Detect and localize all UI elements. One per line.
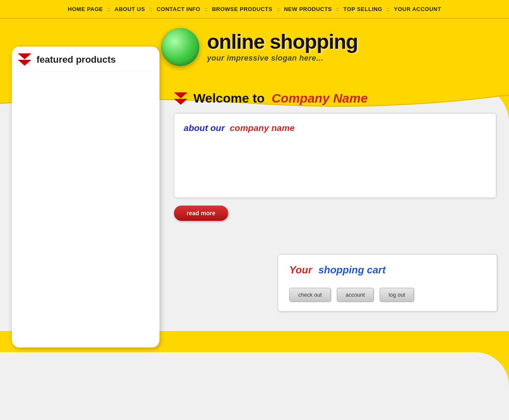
nav-home[interactable]: HOME PAGE xyxy=(64,6,106,12)
featured-chevron-icon xyxy=(18,53,31,66)
main-content: Welcome to Company Name about our compan… xyxy=(174,91,496,221)
nav-account[interactable]: YOUR ACCOUNT xyxy=(391,6,445,12)
cart-buttons: check out account log out xyxy=(289,288,486,302)
logo-text-block: online shopping your impressive slogan h… xyxy=(207,32,358,63)
logo-area: online shopping your impressive slogan h… xyxy=(161,28,358,66)
cart-title: Your shopping cart xyxy=(289,264,486,276)
logo-title: online shopping xyxy=(207,32,358,52)
welcome-chevron-icon xyxy=(174,92,187,105)
nav-sep-3: :: xyxy=(204,6,208,12)
account-button[interactable]: account xyxy=(337,288,374,302)
welcome-title: Welcome to Company Name xyxy=(193,91,368,106)
logo-slogan: your impressive slogan here... xyxy=(207,54,358,63)
about-heading-blue: about our xyxy=(184,123,225,133)
cart-title-your: Your xyxy=(289,264,312,275)
nav-contact[interactable]: CONTACT INFO xyxy=(153,6,204,12)
nav-new[interactable]: NEW PRODUCTS xyxy=(280,6,335,12)
about-heading: about our company name xyxy=(184,123,487,133)
sidebar-content xyxy=(12,72,159,343)
nav-sep-5: :: xyxy=(335,6,340,12)
nav-sep-4: :: xyxy=(276,6,280,12)
nav-topselling[interactable]: TOP SELLING xyxy=(340,6,386,12)
featured-products-sidebar: featured products xyxy=(12,47,159,348)
sidebar-title: featured products xyxy=(36,54,116,65)
nav-browse[interactable]: BROWSE PRODUCTS xyxy=(209,6,276,12)
page-container: HOME PAGE :: ABOUT US :: CONTACT INFO ::… xyxy=(0,0,509,420)
about-heading-red: company name xyxy=(230,123,295,133)
about-box: about our company name xyxy=(174,113,496,198)
nav-sep-2: :: xyxy=(148,6,153,12)
nav-sep-1: :: xyxy=(106,6,111,12)
logo-circle xyxy=(161,28,199,66)
checkout-button[interactable]: check out xyxy=(289,288,331,302)
welcome-company: Company Name xyxy=(271,91,368,105)
logout-button[interactable]: log out xyxy=(380,288,414,302)
navbar: HOME PAGE :: ABOUT US :: CONTACT INFO ::… xyxy=(0,0,509,19)
cart-section: Your shopping cart check out account log… xyxy=(278,254,497,312)
cart-title-cart: shopping cart xyxy=(318,264,386,275)
bottom-white-curve xyxy=(0,352,509,420)
welcome-prefix: Welcome to xyxy=(193,91,265,105)
nav-sep-6: :: xyxy=(386,6,390,12)
welcome-section: Welcome to Company Name xyxy=(174,91,496,106)
read-more-button[interactable]: read more xyxy=(174,206,228,221)
nav-about[interactable]: ABOUT US xyxy=(111,6,148,12)
sidebar-header: featured products xyxy=(12,47,159,72)
